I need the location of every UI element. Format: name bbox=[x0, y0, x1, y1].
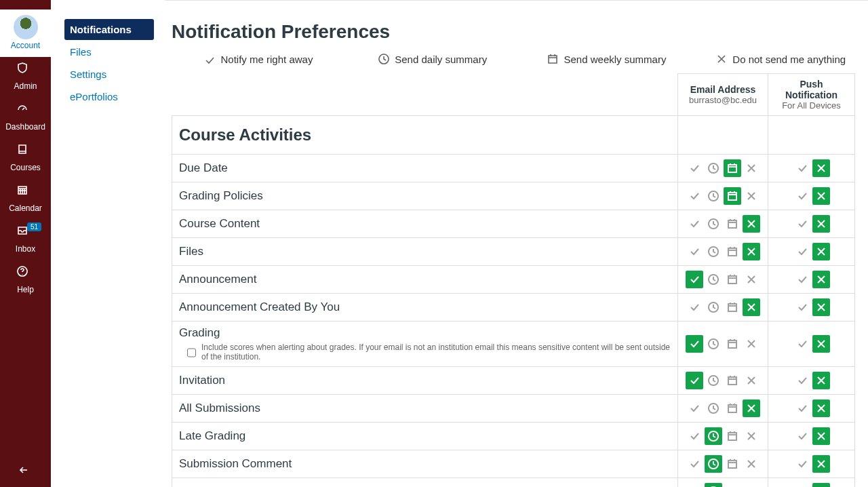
pref-right_away-button[interactable] bbox=[793, 243, 811, 260]
pref-right_away-button[interactable] bbox=[793, 187, 811, 205]
pref-never-button[interactable] bbox=[812, 455, 830, 473]
pref-never-button[interactable] bbox=[812, 271, 830, 288]
pref-right_away-button[interactable] bbox=[793, 159, 811, 177]
legend-daily-text: Send daily summary bbox=[395, 54, 487, 65]
pref-daily-button[interactable] bbox=[705, 335, 722, 353]
pref-row-label: Grading Policies bbox=[172, 182, 678, 210]
pref-daily-button[interactable] bbox=[705, 372, 722, 389]
nav-dashboard[interactable]: Dashboard bbox=[0, 98, 51, 138]
pref-never-button[interactable] bbox=[743, 271, 760, 288]
pref-never-button[interactable] bbox=[743, 243, 760, 260]
pref-never-button[interactable] bbox=[812, 187, 830, 205]
pref-never-button[interactable] bbox=[743, 187, 760, 205]
pref-never-button[interactable] bbox=[812, 298, 830, 316]
pref-daily-button[interactable] bbox=[705, 455, 722, 473]
pref-right_away-button[interactable] bbox=[686, 455, 703, 473]
pref-weekly-button[interactable] bbox=[724, 298, 741, 316]
pref-weekly-button[interactable] bbox=[724, 187, 741, 205]
calendar-icon bbox=[17, 184, 35, 202]
pref-right_away-button[interactable] bbox=[793, 372, 811, 389]
pref-daily-button[interactable] bbox=[705, 271, 722, 288]
pref-never-button[interactable] bbox=[812, 335, 830, 353]
pref-right_away-button[interactable] bbox=[793, 271, 811, 288]
pref-daily-button[interactable] bbox=[705, 400, 722, 417]
nav-courses[interactable]: Courses bbox=[0, 138, 51, 179]
legend-weekly: Send weekly summary bbox=[520, 54, 694, 65]
pref-right_away-button[interactable] bbox=[686, 335, 703, 353]
nav-admin-label: Admin bbox=[14, 81, 37, 91]
nav-courses-label: Courses bbox=[10, 163, 41, 172]
pref-daily-button[interactable] bbox=[705, 215, 722, 233]
pref-right_away-button[interactable] bbox=[686, 243, 703, 260]
pref-weekly-button[interactable] bbox=[724, 271, 741, 288]
pref-never-button[interactable] bbox=[743, 400, 760, 417]
subnav-settings[interactable]: Settings bbox=[64, 64, 154, 85]
pref-row-label: Course Content bbox=[172, 210, 678, 238]
global-nav: Account Admin Dashboard Courses Calendar… bbox=[0, 0, 51, 487]
pref-right_away-button[interactable] bbox=[686, 427, 703, 445]
pref-daily-button[interactable] bbox=[705, 159, 722, 177]
pref-right_away-button[interactable] bbox=[686, 298, 703, 316]
nav-calendar[interactable]: Calendar bbox=[0, 179, 51, 220]
pref-weekly-button[interactable] bbox=[724, 243, 741, 260]
prefs-table: Email Addressburrasto@bc.eduPush Notific… bbox=[172, 73, 855, 487]
subnav-eportfolios[interactable]: ePortfolios bbox=[64, 86, 154, 107]
pref-daily-button[interactable] bbox=[705, 187, 722, 205]
nav-account[interactable]: Account bbox=[0, 9, 51, 57]
pref-weekly-button[interactable] bbox=[724, 427, 741, 445]
nav-collapse[interactable] bbox=[0, 456, 51, 487]
subnav-notifications[interactable]: Notifications bbox=[64, 19, 154, 40]
subnav-files[interactable]: Files bbox=[64, 41, 154, 62]
pref-right_away-button[interactable] bbox=[686, 187, 703, 205]
pref-never-button[interactable] bbox=[812, 159, 830, 177]
pref-never-button[interactable] bbox=[743, 455, 760, 473]
pref-never-button[interactable] bbox=[812, 483, 830, 487]
pref-never-button[interactable] bbox=[743, 298, 760, 316]
pref-right_away-button[interactable] bbox=[686, 372, 703, 389]
pref-right_away-button[interactable] bbox=[793, 215, 811, 233]
pref-right_away-button[interactable] bbox=[793, 400, 811, 417]
pref-never-button[interactable] bbox=[743, 427, 760, 445]
pref-weekly-button[interactable] bbox=[724, 159, 741, 177]
pref-daily-button[interactable] bbox=[705, 483, 722, 487]
pref-right_away-button[interactable] bbox=[793, 455, 811, 473]
pref-never-button[interactable] bbox=[743, 159, 760, 177]
pref-weekly-button[interactable] bbox=[724, 335, 741, 353]
pref-row-note: Include scores when alerting about grade… bbox=[201, 343, 671, 362]
pref-right_away-button[interactable] bbox=[686, 159, 703, 177]
col-email: Email Addressburrasto@bc.edu bbox=[678, 74, 768, 116]
pref-never-button[interactable] bbox=[812, 243, 830, 260]
nav-help-label: Help bbox=[17, 285, 34, 294]
pref-weekly-button[interactable] bbox=[724, 400, 741, 417]
pref-right_away-button[interactable] bbox=[686, 483, 703, 487]
pref-never-button[interactable] bbox=[743, 215, 760, 233]
pref-never-button[interactable] bbox=[812, 427, 830, 445]
pref-weekly-button[interactable] bbox=[724, 483, 741, 487]
pref-weekly-button[interactable] bbox=[724, 215, 741, 233]
legend-right-away: Notify me right away bbox=[172, 54, 346, 65]
pref-right_away-button[interactable] bbox=[793, 298, 811, 316]
pref-never-button[interactable] bbox=[743, 483, 760, 487]
pref-daily-button[interactable] bbox=[705, 427, 722, 445]
section-head: Course Activities bbox=[172, 116, 678, 155]
pref-never-button[interactable] bbox=[812, 372, 830, 389]
nav-inbox[interactable]: 51 Inbox bbox=[0, 220, 51, 260]
pref-right_away-button[interactable] bbox=[793, 427, 811, 445]
pref-weekly-button[interactable] bbox=[724, 455, 741, 473]
pref-right_away-button[interactable] bbox=[793, 483, 811, 487]
pref-weekly-button[interactable] bbox=[724, 372, 741, 389]
pref-never-button[interactable] bbox=[812, 215, 830, 233]
pref-right_away-button[interactable] bbox=[793, 335, 811, 353]
pref-right_away-button[interactable] bbox=[686, 215, 703, 233]
dashboard-icon bbox=[17, 103, 35, 121]
pref-never-button[interactable] bbox=[743, 335, 760, 353]
pref-daily-button[interactable] bbox=[705, 298, 722, 316]
pref-right_away-button[interactable] bbox=[686, 271, 703, 288]
pref-daily-button[interactable] bbox=[705, 243, 722, 260]
pref-never-button[interactable] bbox=[743, 372, 760, 389]
pref-never-button[interactable] bbox=[812, 400, 830, 417]
nav-admin[interactable]: Admin bbox=[0, 57, 51, 98]
pref-right_away-button[interactable] bbox=[686, 400, 703, 417]
include-scores-checkbox[interactable] bbox=[187, 344, 196, 362]
nav-help[interactable]: Help bbox=[0, 260, 51, 301]
